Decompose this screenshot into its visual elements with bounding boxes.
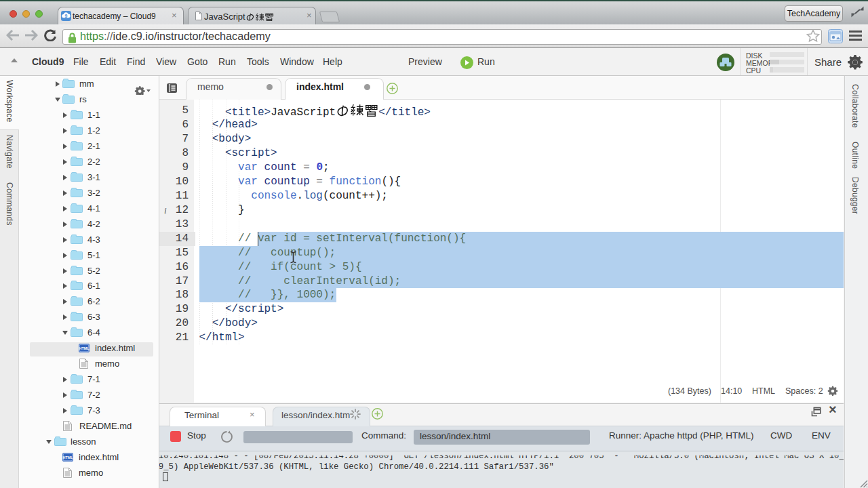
svg-text:9: 9 [65,14,68,18]
svg-text:HTML: HTML [63,455,73,460]
svg-text:HTML: HTML [79,346,90,350]
